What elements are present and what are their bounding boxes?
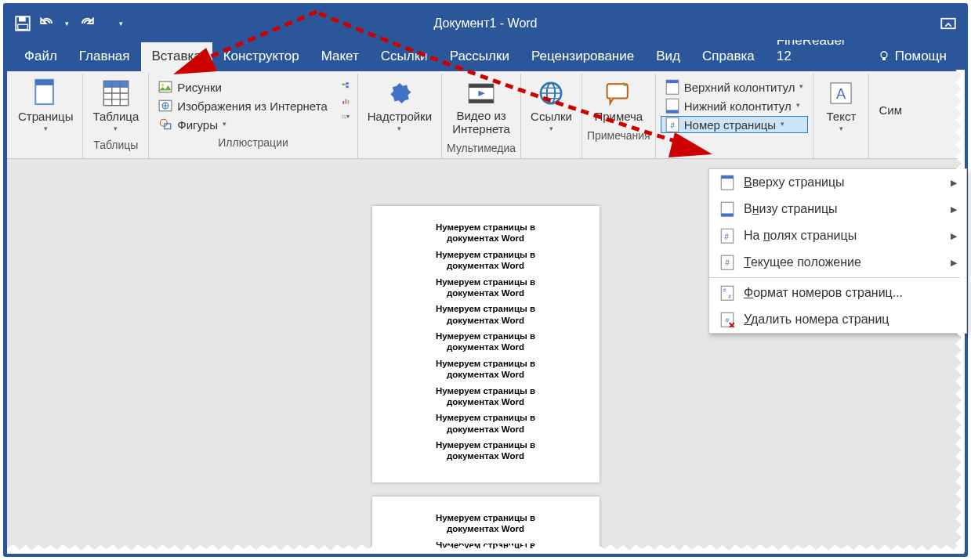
svg-rect-20 — [345, 99, 346, 104]
group-text-spacer — [818, 135, 864, 154]
tab-help[interactable]: Справка — [691, 42, 766, 71]
footer-button[interactable]: Нижний колонтитул ▾ — [661, 97, 809, 114]
group-symbols-spacer — [874, 120, 907, 138]
svg-rect-26 — [469, 84, 494, 88]
addins-label: Надстройки — [368, 110, 432, 123]
comment-button[interactable]: Примеча — [589, 77, 647, 126]
page-icon — [32, 80, 59, 107]
tab-view[interactable]: Вид — [645, 42, 691, 71]
header-label: Верхний колонтитул — [684, 81, 795, 94]
ribbon-display-icon[interactable] — [940, 16, 956, 31]
menu-remove-page-numbers[interactable]: # Удалить номера страниц — [709, 306, 966, 333]
menu-bottom-of-page[interactable]: Внизу страницы ▶ — [709, 196, 966, 222]
menu-margins-label: На полях страницы — [744, 229, 857, 243]
table-icon — [103, 80, 129, 107]
tab-references[interactable]: Ссылки — [370, 42, 439, 71]
undo-icon[interactable] — [40, 16, 56, 31]
links-button[interactable]: Ссылки ▾ — [526, 77, 577, 135]
page-number-menu: Вверху страницы ▶ Внизу страницы ▶ # На … — [708, 168, 967, 334]
undo-more-icon[interactable]: ▾ — [65, 20, 69, 27]
svg-text:A: A — [836, 85, 846, 102]
window-title: Документ1 - Word — [433, 16, 537, 31]
symbols-button[interactable]: Сим — [874, 77, 907, 120]
online-pictures-button[interactable]: Изображения из Интернета — [154, 97, 332, 114]
lightbulb-icon — [878, 50, 890, 63]
redo-icon[interactable] — [78, 16, 94, 31]
group-headerfooter-spacer — [661, 133, 809, 151]
video-icon — [468, 80, 495, 107]
svg-rect-21 — [347, 100, 349, 104]
svg-rect-5 — [882, 58, 886, 60]
svg-text:#: # — [670, 121, 675, 130]
chevron-down-icon: ▾ — [799, 82, 803, 90]
table-label: Таблица — [92, 110, 139, 123]
picture-icon — [158, 80, 172, 94]
page-bottom-icon — [720, 202, 734, 216]
format-number-icon: ## — [720, 286, 734, 300]
textbox-icon: A — [828, 80, 854, 107]
svg-rect-42 — [721, 213, 733, 216]
svg-rect-32 — [666, 80, 678, 83]
smartart-icon[interactable] — [339, 78, 353, 92]
svg-rect-10 — [159, 81, 172, 92]
online-video-button[interactable]: Видео из Интернета — [447, 77, 516, 139]
shapes-icon — [158, 117, 172, 132]
chevron-down-icon: ▾ — [549, 125, 553, 132]
svg-rect-7 — [35, 80, 53, 85]
tab-home[interactable]: Главная — [68, 42, 141, 71]
menu-current-label: Текущее положение — [744, 255, 861, 269]
footer-icon — [665, 99, 679, 113]
group-addins-spacer — [363, 135, 437, 154]
remove-number-icon: # — [720, 313, 734, 327]
chevron-down-icon: ▾ — [839, 125, 843, 132]
tab-layout[interactable]: Макет — [310, 42, 370, 71]
chevron-down-icon: ▾ — [223, 120, 226, 128]
link-icon — [538, 80, 564, 107]
header-button[interactable]: Верхний колонтитул ▾ — [661, 78, 809, 96]
menu-format-page-numbers[interactable]: ## Формат номеров страниц... — [709, 280, 966, 306]
save-icon[interactable] — [15, 16, 31, 31]
pictures-button[interactable]: Рисунки — [154, 78, 332, 96]
page-number-button[interactable]: # Номер страницы ▾ — [661, 116, 809, 133]
header-icon — [665, 80, 679, 94]
group-illustrations: Иллюстрации — [154, 133, 352, 151]
page-number-label: Номер страницы — [684, 118, 776, 132]
tell-me[interactable]: Помощн — [867, 42, 958, 71]
text-button[interactable]: A Текст ▾ — [818, 77, 864, 135]
menu-bottom-label: Внизу страницы — [744, 202, 838, 216]
ribbon: Страницы ▾ Таблица ▾ Таблицы — [7, 71, 964, 159]
svg-rect-40 — [721, 175, 733, 179]
menu-page-margins[interactable]: # На полях страницы ▶ — [709, 222, 966, 249]
svg-rect-17 — [346, 82, 348, 85]
menu-top-of-page[interactable]: Вверху страницы ▶ — [709, 169, 966, 196]
group-comments: Примечания — [587, 126, 650, 144]
svg-rect-30 — [607, 84, 628, 98]
tab-review[interactable]: Рецензирование — [520, 42, 645, 71]
svg-point-11 — [161, 84, 164, 86]
table-button[interactable]: Таблица ▾ — [88, 77, 143, 135]
tab-file[interactable]: Файл — [13, 42, 68, 71]
svg-point-4 — [881, 52, 887, 58]
menu-remove-label: Удалить номера страниц — [744, 313, 889, 327]
tab-insert[interactable]: Вставка — [141, 42, 212, 71]
menu-format-label: Формат номеров страниц... — [744, 286, 903, 300]
svg-rect-34 — [666, 110, 678, 113]
qat-customize-icon[interactable]: ▾ — [119, 20, 123, 27]
page-top-icon — [720, 175, 734, 190]
pages-button[interactable]: Страницы ▾ — [13, 77, 78, 135]
chevron-down-icon: ▾ — [397, 125, 401, 132]
comment-icon — [605, 80, 632, 107]
tab-mailings[interactable]: Рассылки — [439, 42, 520, 71]
svg-rect-2 — [18, 24, 28, 29]
page-number-icon: # — [665, 117, 679, 132]
chevron-down-icon: ▾ — [781, 120, 784, 128]
tab-design[interactable]: Конструктор — [212, 42, 310, 71]
svg-text:#: # — [725, 316, 729, 324]
svg-text:#: # — [724, 233, 729, 241]
shapes-button[interactable]: Фигуры ▾ — [154, 116, 332, 133]
menu-current-position[interactable]: # Текущее положение ▶ — [709, 249, 966, 276]
screenshot-icon[interactable]: ▾ — [339, 110, 353, 124]
addins-button[interactable]: Надстройки ▾ — [363, 77, 437, 135]
group-links-spacer — [526, 135, 577, 154]
chart-icon[interactable] — [339, 94, 353, 108]
